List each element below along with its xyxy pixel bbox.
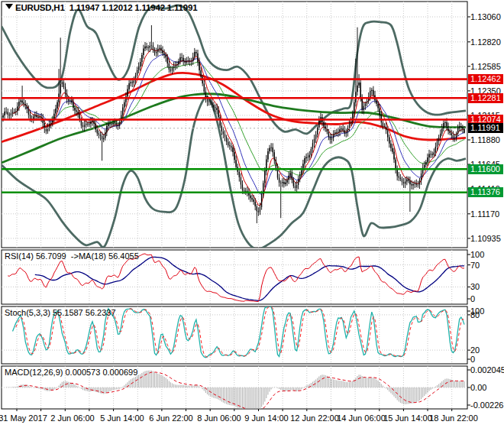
time-axis-label: 5 Jun 14:00 — [100, 413, 144, 423]
indicator-axis-label: 0 — [470, 294, 475, 303]
time-axis-label: 14 Jun 06:00 — [337, 413, 386, 423]
time-axis-label: 8 Jun 06:00 — [197, 413, 241, 423]
indicator-axis-label: 70 — [470, 261, 480, 270]
price-level-badge: 1.12462 — [468, 74, 503, 84]
price-axis-label: 1.12585 — [470, 62, 501, 71]
indicator-axis-label: 0.00 — [470, 383, 486, 392]
indicator-axis-label: -0.002261 — [470, 400, 504, 410]
price-axis-label: 1.12820 — [470, 37, 501, 47]
time-axis-label: 15 Jun 14:00 — [383, 413, 432, 423]
price-chart-canvas[interactable] — [0, 0, 504, 428]
indicator-axis-label: 0.002045 — [470, 365, 504, 374]
indicator-axis-label: 30 — [470, 282, 480, 291]
symbol-marker-icon[interactable] — [5, 4, 13, 9]
price-axis-label: 1.13060 — [470, 12, 501, 21]
rsi-indicator-label: RSI(14) 56.7099 ->MA(18) 56.4055 — [5, 251, 139, 261]
price-level-badge: 1.11991 — [468, 123, 503, 133]
time-axis-label: 2 Jun 06:00 — [50, 413, 95, 423]
price-axis-label: 1.11880 — [470, 135, 500, 144]
chart-title: EURUSD,H1 1.11947 1.12012 1.11942 1.1199… — [15, 3, 197, 12]
indicator-axis-label: 0 — [470, 355, 475, 364]
indicator-axis-label: 100 — [470, 250, 484, 259]
price-level-badge: 1.11376 — [468, 187, 503, 197]
time-axis-label: 18 Jun 22:00 — [429, 413, 478, 423]
price-level-badge: 1.12281 — [468, 93, 503, 103]
price-axis-label: 1.10935 — [470, 234, 501, 243]
price-axis-label: 1.11170 — [470, 209, 499, 219]
price-level-badge: 1.11600 — [468, 164, 503, 174]
time-axis-label: 6 Jun 22:00 — [149, 413, 193, 423]
forex-chart-window: EURUSD,H1 1.11947 1.12012 1.11942 1.1199… — [0, 0, 504, 428]
stoch-indicator-label: Stoch(5,3,3) 55.1587 56.2337 — [5, 308, 116, 317]
indicator-axis-label: 80 — [470, 310, 480, 319]
time-axis-label: 9 Jun 14:00 — [244, 413, 289, 423]
indicator-axis-label: 20 — [470, 345, 480, 355]
time-axis-label: 12 Jun 22:00 — [290, 413, 339, 423]
time-axis-label: 31 May 2017 — [0, 413, 47, 423]
macd-indicator-label: MACD(12,26,9) 0.000573 0.000699 — [5, 368, 137, 377]
